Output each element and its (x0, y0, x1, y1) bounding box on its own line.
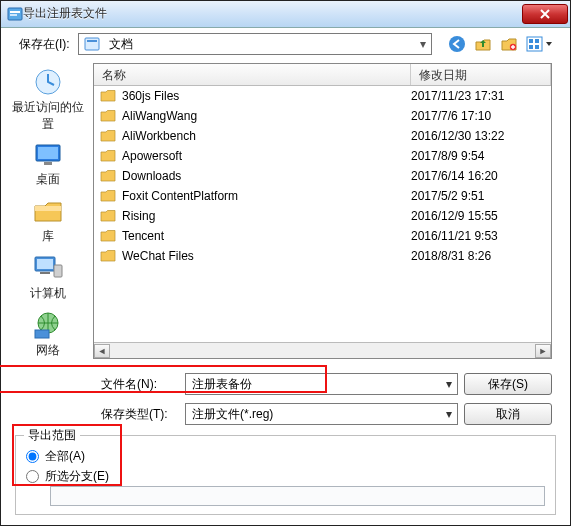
documents-icon (83, 35, 101, 53)
svg-rect-15 (44, 162, 52, 165)
folder-icon (100, 88, 116, 104)
save-button[interactable]: 保存(S) (464, 373, 552, 395)
table-row[interactable]: Tencent2016/11/21 9:53 (94, 226, 551, 246)
table-row[interactable]: Downloads2017/6/14 16:20 (94, 166, 551, 186)
place-label: 网络 (36, 342, 60, 359)
filetype-label: 保存类型(T): (101, 406, 179, 423)
filename-section: 文件名(N): ▾ 保存(S) 保存类型(T): 注册文件(*.reg) ▾ 取… (1, 367, 570, 429)
new-folder-icon[interactable] (500, 35, 518, 53)
file-date: 2017/6/14 16:20 (411, 169, 545, 183)
desktop-icon (31, 141, 65, 169)
toolbar: 保存在(I): 文档 ▾ (1, 28, 570, 61)
horizontal-scrollbar[interactable]: ◄ ► (94, 342, 551, 358)
table-row[interactable]: WeChat Files2018/8/31 8:26 (94, 246, 551, 266)
svg-rect-2 (10, 14, 17, 16)
file-pane: 名称 修改日期 360js Files2017/11/23 17:31AliWa… (93, 63, 552, 359)
close-button[interactable] (522, 4, 568, 24)
place-network[interactable]: 网络 (31, 310, 65, 359)
branch-path-row (26, 486, 545, 506)
file-list-header: 名称 修改日期 (94, 64, 551, 86)
svg-rect-4 (87, 40, 97, 42)
filename-input[interactable] (186, 377, 441, 391)
file-date: 2017/8/9 9:54 (411, 149, 545, 163)
place-label: 最近访问的位置 (7, 99, 89, 133)
back-icon[interactable] (448, 35, 466, 53)
libraries-icon (31, 196, 65, 226)
file-name: WeChat Files (122, 249, 411, 263)
branch-path-input[interactable] (50, 486, 545, 506)
svg-rect-14 (38, 147, 58, 159)
chevron-down-icon[interactable]: ▾ (441, 407, 457, 421)
svg-rect-9 (535, 39, 539, 43)
svg-rect-1 (10, 11, 20, 13)
file-name: Downloads (122, 169, 411, 183)
filename-combo[interactable]: ▾ (185, 373, 458, 395)
view-menu-icon[interactable] (526, 35, 552, 53)
places-bar: 最近访问的位置 桌面 库 计算机 网络 (7, 63, 89, 359)
folder-icon (100, 148, 116, 164)
file-name: Tencent (122, 229, 411, 243)
radio-all[interactable] (26, 450, 39, 463)
chevron-down-icon[interactable]: ▾ (441, 377, 457, 391)
svg-rect-8 (529, 39, 533, 43)
place-recent[interactable]: 最近访问的位置 (7, 67, 89, 133)
place-desktop[interactable]: 桌面 (31, 141, 65, 188)
svg-rect-18 (37, 259, 53, 269)
save-in-combo[interactable]: 文档 ▾ (78, 33, 432, 55)
table-row[interactable]: AliWorkbench2016/12/30 13:22 (94, 126, 551, 146)
table-row[interactable]: Foxit ContentPlatform2017/5/2 9:51 (94, 186, 551, 206)
table-row[interactable]: AliWangWang2017/7/6 17:10 (94, 106, 551, 126)
place-label: 库 (42, 228, 54, 245)
file-name: Apowersoft (122, 149, 411, 163)
folder-icon (100, 228, 116, 244)
file-date: 2018/8/31 8:26 (411, 249, 545, 263)
table-row[interactable]: 360js Files2017/11/23 17:31 (94, 86, 551, 106)
file-name: 360js Files (122, 89, 411, 103)
scroll-right-icon[interactable]: ► (535, 344, 551, 358)
folder-icon (100, 168, 116, 184)
place-libraries[interactable]: 库 (31, 196, 65, 245)
file-date: 2017/11/23 17:31 (411, 89, 545, 103)
svg-rect-16 (35, 206, 61, 211)
export-registry-dialog: 导出注册表文件 保存在(I): 文档 ▾ 最近访问的位置 桌面 (0, 0, 571, 526)
radio-all-row: 全部(A) (26, 446, 545, 466)
table-row[interactable]: Rising2016/12/9 15:55 (94, 206, 551, 226)
folder-icon (100, 188, 116, 204)
column-name[interactable]: 名称 (94, 64, 411, 85)
table-row[interactable]: Apowersoft2017/8/9 9:54 (94, 146, 551, 166)
file-name: Rising (122, 209, 411, 223)
cancel-button[interactable]: 取消 (464, 403, 552, 425)
svg-rect-20 (54, 265, 62, 277)
filename-row: 文件名(N): ▾ 保存(S) (101, 373, 552, 395)
file-list[interactable]: 360js Files2017/11/23 17:31AliWangWang20… (94, 86, 551, 342)
computer-icon (31, 253, 65, 283)
save-in-value: 文档 (105, 36, 415, 53)
place-computer[interactable]: 计算机 (30, 253, 66, 302)
filetype-combo[interactable]: 注册文件(*.reg) ▾ (185, 403, 458, 425)
radio-selected-branch[interactable] (26, 470, 39, 483)
dialog-body: 最近访问的位置 桌面 库 计算机 网络 名称 修改日期 (1, 61, 570, 367)
file-date: 2016/11/21 9:53 (411, 229, 545, 243)
chevron-down-icon[interactable]: ▾ (415, 37, 431, 51)
save-in-label: 保存在(I): (19, 36, 70, 53)
radio-branch-row: 所选分支(E) (26, 466, 545, 486)
svg-rect-19 (40, 272, 50, 274)
folder-icon (100, 108, 116, 124)
place-label: 桌面 (36, 171, 60, 188)
up-one-level-icon[interactable] (474, 35, 492, 53)
file-name: AliWorkbench (122, 129, 411, 143)
scroll-track[interactable] (110, 344, 535, 358)
file-name: AliWangWang (122, 109, 411, 123)
file-date: 2016/12/30 13:22 (411, 129, 545, 143)
recent-places-icon (31, 67, 65, 97)
export-range-group: 导出范围 全部(A) 所选分支(E) (15, 435, 556, 515)
svg-rect-3 (85, 38, 99, 50)
toolbar-icons (448, 35, 552, 53)
svg-rect-10 (529, 45, 533, 49)
file-name: Foxit ContentPlatform (122, 189, 411, 203)
scroll-left-icon[interactable]: ◄ (94, 344, 110, 358)
column-date[interactable]: 修改日期 (411, 64, 551, 85)
file-date: 2017/7/6 17:10 (411, 109, 545, 123)
titlebar: 导出注册表文件 (1, 1, 570, 28)
file-date: 2017/5/2 9:51 (411, 189, 545, 203)
